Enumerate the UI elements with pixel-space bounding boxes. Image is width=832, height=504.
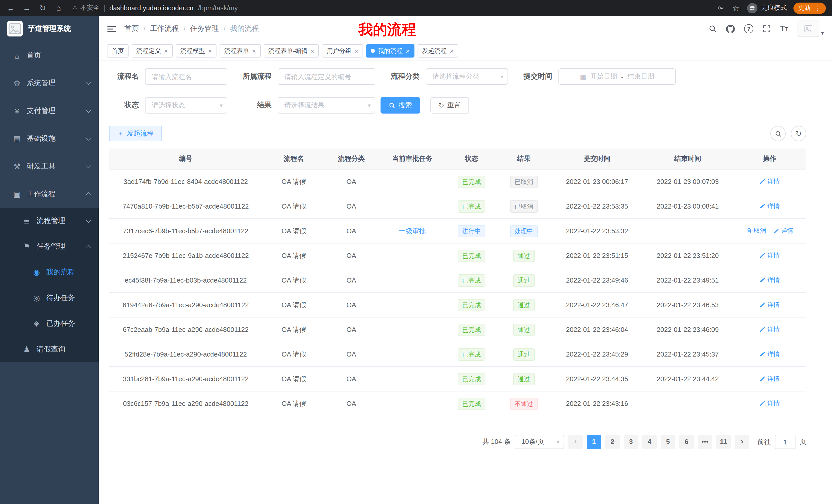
cell-result: 已取消 bbox=[496, 194, 552, 219]
browser-menu-icon[interactable]: ⋮ bbox=[814, 4, 821, 12]
page-size-select[interactable]: 10条/页 ▾ bbox=[515, 435, 564, 449]
close-icon[interactable]: × bbox=[252, 48, 256, 54]
cell-end-time bbox=[643, 219, 733, 243]
toggle-search-icon[interactable] bbox=[770, 126, 786, 141]
reload-icon[interactable]: ↻ bbox=[38, 3, 47, 12]
sidebar-item-system-mgmt[interactable]: ⚙系统管理 bbox=[0, 69, 99, 97]
search-icon[interactable] bbox=[709, 25, 717, 33]
update-button[interactable]: 更新 ⋮ bbox=[794, 2, 826, 13]
incognito-label: 无痕模式 bbox=[761, 4, 787, 12]
category-select[interactable]: 请选择流程分类 ▾ bbox=[426, 68, 508, 85]
prev-page-button[interactable]: ‹ bbox=[568, 435, 582, 449]
page-button-2[interactable]: 2 bbox=[605, 435, 620, 449]
github-icon[interactable] bbox=[726, 24, 735, 33]
breadcrumb-item[interactable]: 任务管理 bbox=[190, 24, 219, 33]
address-bar[interactable]: ⚠ 不安全 dashboard.yudao.iocoder.cn/bpm/tas… bbox=[72, 4, 710, 12]
detail-link[interactable]: 详情 bbox=[760, 202, 780, 211]
sidebar-item-home[interactable]: ⌂首页 bbox=[0, 41, 99, 69]
goto-page-input[interactable] bbox=[775, 435, 796, 449]
key-icon[interactable] bbox=[717, 4, 725, 12]
close-icon[interactable]: × bbox=[450, 48, 453, 54]
result-placeholder: 请选择流结果 bbox=[284, 101, 324, 110]
page-button-1[interactable]: 1 bbox=[587, 435, 601, 449]
detail-link[interactable]: 详情 bbox=[760, 177, 780, 186]
tab-8[interactable]: 发起流程× bbox=[417, 44, 458, 58]
page-button-3[interactable]: 3 bbox=[624, 435, 638, 449]
refresh-table-icon[interactable]: ↻ bbox=[791, 126, 806, 141]
table-row: 331bc281-7b9a-11ec-a290-acde48001122OA 请… bbox=[109, 367, 806, 391]
detail-link[interactable]: 详情 bbox=[760, 301, 780, 309]
next-page-button[interactable]: › bbox=[735, 435, 749, 449]
sidebar-item-payment-mgmt[interactable]: ¥支付管理 bbox=[0, 97, 99, 125]
tab-4[interactable]: 流程表单× bbox=[219, 44, 260, 58]
detail-label: 详情 bbox=[768, 399, 780, 408]
sidebar-item-workflow[interactable]: ▣工作流程 bbox=[0, 180, 99, 208]
sidebar-item-task-mgmt[interactable]: ⚑任务管理 bbox=[0, 234, 99, 259]
close-icon[interactable]: × bbox=[164, 48, 168, 54]
status-select[interactable]: 请选择状态 ▾ bbox=[145, 97, 227, 114]
sidebar-item-infrastructure[interactable]: ▤基础设施 bbox=[0, 125, 99, 152]
table-row: 819442e8-7b9a-11ec-a290-acde48001122OA 请… bbox=[109, 292, 806, 317]
search-button[interactable]: 搜索 bbox=[381, 97, 420, 114]
help-icon[interactable]: ? bbox=[744, 24, 753, 33]
bookmark-star-icon[interactable]: ☆ bbox=[731, 3, 740, 12]
close-icon[interactable]: × bbox=[311, 48, 314, 54]
close-icon[interactable]: × bbox=[355, 48, 358, 54]
task-mgmt-icon: ⚑ bbox=[22, 242, 31, 251]
tab-5[interactable]: 流程表单-编辑× bbox=[264, 44, 319, 58]
sidebar-item-leave-query[interactable]: ♟请假查询 bbox=[0, 337, 99, 362]
page-button-4[interactable]: 4 bbox=[642, 435, 657, 449]
cancel-link[interactable]: 取消 bbox=[746, 227, 766, 235]
cell-id: 3ad174fb-7b9d-11ec-8404-acde48001122 bbox=[109, 169, 262, 194]
detail-link[interactable]: 详情 bbox=[773, 227, 794, 235]
sidebar-item-done-task[interactable]: ◈已办任务 bbox=[0, 311, 99, 337]
detail-link[interactable]: 详情 bbox=[760, 251, 780, 260]
close-icon[interactable]: × bbox=[208, 48, 212, 54]
page-button-6[interactable]: 6 bbox=[679, 435, 694, 449]
cell-process-name: OA 请假 bbox=[262, 292, 325, 317]
detail-link[interactable]: 详情 bbox=[760, 276, 780, 285]
result-label: 结果 bbox=[242, 101, 271, 110]
forward-icon[interactable]: → bbox=[22, 4, 31, 12]
sidebar-item-dev-tools[interactable]: ⚒研发工具 bbox=[0, 152, 99, 180]
chevron-down-icon bbox=[86, 163, 92, 169]
breadcrumb-item[interactable]: 首页 bbox=[125, 24, 139, 33]
detail-link[interactable]: 详情 bbox=[760, 325, 780, 334]
user-avatar[interactable]: ▾ bbox=[798, 21, 824, 37]
font-size-icon[interactable]: TT bbox=[780, 24, 788, 33]
breadcrumb-item[interactable]: 工作流程 bbox=[150, 24, 179, 33]
infra-icon: ▤ bbox=[12, 134, 22, 143]
sidebar-item-my-process[interactable]: ◉我的流程 bbox=[0, 259, 99, 285]
date-range-picker[interactable]: ▦ 开始日期 - 结束日期 bbox=[558, 68, 676, 85]
parent-process-input[interactable] bbox=[278, 68, 375, 85]
page-button-5[interactable]: 5 bbox=[661, 435, 675, 449]
fullscreen-icon[interactable] bbox=[762, 25, 771, 33]
detail-link[interactable]: 详情 bbox=[760, 399, 780, 408]
result-select[interactable]: 请选择流结果 ▾ bbox=[278, 97, 375, 114]
create-process-button[interactable]: ＋ 发起流程 bbox=[109, 126, 162, 141]
current-task-link[interactable]: 一级审批 bbox=[399, 227, 426, 234]
tab-3[interactable]: 流程模型× bbox=[176, 44, 216, 58]
tab-1[interactable]: 首页 bbox=[107, 44, 129, 58]
reset-button[interactable]: ↻ 重置 bbox=[431, 97, 469, 114]
tab-6[interactable]: 用户分组× bbox=[322, 44, 363, 58]
page-button-11[interactable]: 11 bbox=[716, 435, 731, 449]
status-badge: 已完成 bbox=[458, 175, 486, 188]
cell-operations: 详情 bbox=[733, 317, 806, 342]
breadcrumb-separator: / bbox=[184, 25, 186, 33]
page-ellipsis[interactable]: ••• bbox=[698, 435, 712, 449]
back-icon[interactable]: ← bbox=[6, 4, 16, 12]
sidebar-item-process-mgmt[interactable]: ≣流程管理 bbox=[0, 208, 99, 234]
process-name-input[interactable] bbox=[145, 68, 227, 85]
sidebar-item-label: 支付管理 bbox=[27, 106, 55, 116]
tab-2[interactable]: 流程定义× bbox=[132, 44, 173, 58]
tab-7[interactable]: 我的流程× bbox=[366, 44, 414, 58]
hamburger-icon[interactable] bbox=[107, 25, 116, 33]
security-chip[interactable]: ⚠ 不安全 bbox=[72, 4, 100, 12]
sidebar-item-todo-task[interactable]: ◎待办任务 bbox=[0, 285, 99, 311]
logo: 芋道管理系统 bbox=[0, 16, 99, 41]
detail-link[interactable]: 详情 bbox=[760, 350, 780, 359]
browser-home-icon[interactable]: ⌂ bbox=[54, 4, 63, 12]
close-icon[interactable]: × bbox=[406, 48, 410, 54]
detail-link[interactable]: 详情 bbox=[760, 374, 780, 383]
